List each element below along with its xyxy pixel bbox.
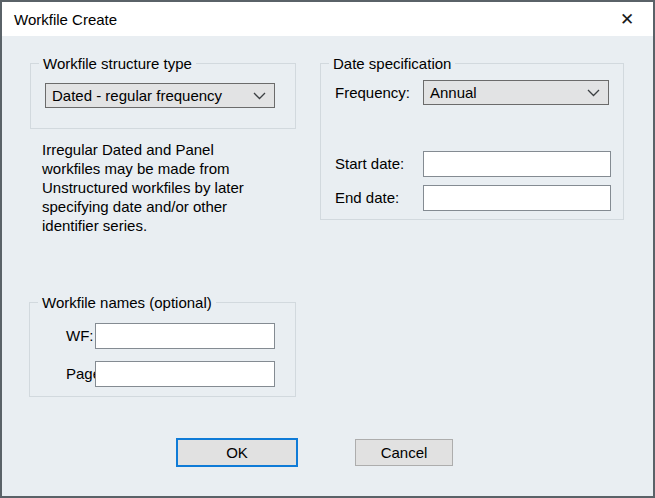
wf-name-input[interactable] [95,323,275,349]
page-name-input[interactable] [95,361,275,387]
ok-button[interactable]: OK [176,438,298,467]
cancel-button[interactable]: Cancel [355,439,453,466]
group-workfile-names: Workfile names (optional) WF: Page: [29,302,296,397]
info-line: specifying date and/or other [42,197,244,216]
frequency-dropdown[interactable]: Annual [423,80,609,105]
info-line: Unstructured workfiles by later [42,178,244,197]
frequency-label: Frequency: [335,80,410,106]
wf-label: WF: [66,323,94,349]
group-date-specification: Date specification Frequency: Annual Sta… [320,63,624,220]
info-text: Irregular Dated and Panel workfiles may … [42,140,244,235]
group-workfile-structure-type: Workfile structure type Dated - regular … [30,63,296,129]
structure-type-selected-value: Dated - regular frequency [46,87,253,104]
group-legend-structure-type: Workfile structure type [39,54,196,73]
info-line: workfiles may be made from [42,159,244,178]
group-legend-workfile-names: Workfile names (optional) [38,293,216,312]
dialog-body: Workfile structure type Dated - regular … [2,36,653,496]
dialog-title: Workfile Create [2,11,117,28]
info-line: identifier series. [42,216,244,235]
chevron-down-icon [587,89,600,97]
start-date-label: Start date: [335,151,404,177]
close-icon[interactable]: ✕ [609,2,645,36]
chevron-down-icon [253,92,266,100]
end-date-input[interactable] [423,185,611,211]
end-date-label: End date: [335,185,399,211]
start-date-input[interactable] [423,151,611,177]
frequency-selected-value: Annual [424,84,587,101]
structure-type-dropdown[interactable]: Dated - regular frequency [45,83,275,108]
title-bar: Workfile Create ✕ [2,2,653,36]
workfile-create-dialog: Workfile Create ✕ Workfile structure typ… [0,0,655,498]
group-legend-date-specification: Date specification [329,54,455,73]
info-line: Irregular Dated and Panel [42,140,244,159]
